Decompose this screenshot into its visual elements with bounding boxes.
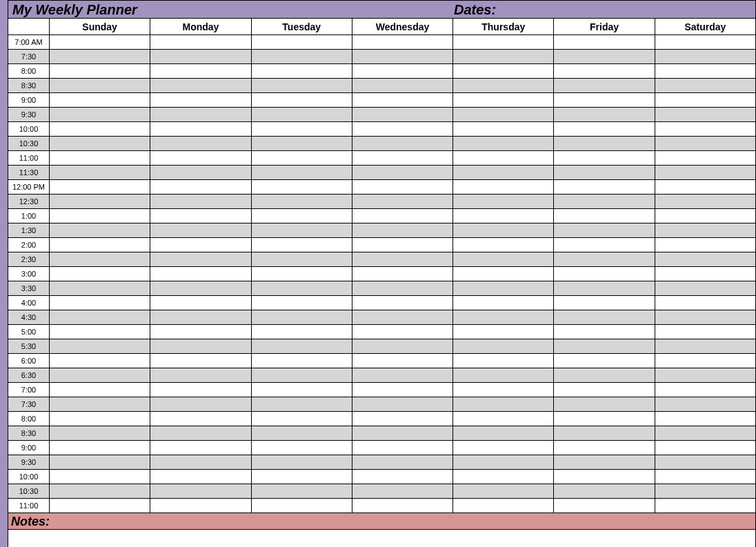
planner-slot[interactable] bbox=[655, 209, 755, 223]
planner-slot[interactable] bbox=[150, 441, 251, 455]
planner-slot[interactable] bbox=[655, 93, 755, 108]
planner-slot[interactable] bbox=[453, 383, 554, 397]
planner-slot[interactable] bbox=[655, 35, 755, 50]
planner-slot[interactable] bbox=[352, 455, 452, 470]
planner-slot[interactable] bbox=[655, 296, 755, 310]
planner-slot[interactable] bbox=[554, 166, 655, 180]
planner-slot[interactable] bbox=[50, 195, 150, 209]
planner-slot[interactable] bbox=[251, 281, 352, 296]
planner-slot[interactable] bbox=[352, 223, 452, 238]
planner-slot[interactable] bbox=[50, 310, 150, 325]
planner-slot[interactable] bbox=[554, 50, 655, 64]
planner-slot[interactable] bbox=[150, 252, 251, 267]
planner-slot[interactable] bbox=[150, 108, 251, 122]
planner-slot[interactable] bbox=[50, 238, 150, 252]
planner-slot[interactable] bbox=[251, 310, 352, 325]
planner-slot[interactable] bbox=[453, 50, 554, 64]
planner-slot[interactable] bbox=[352, 325, 452, 339]
planner-slot[interactable] bbox=[251, 383, 352, 397]
planner-slot[interactable] bbox=[251, 122, 352, 137]
planner-slot[interactable] bbox=[150, 470, 251, 484]
planner-slot[interactable] bbox=[150, 122, 251, 137]
planner-slot[interactable] bbox=[655, 470, 755, 484]
planner-slot[interactable] bbox=[251, 296, 352, 310]
planner-slot[interactable] bbox=[251, 499, 352, 513]
planner-slot[interactable] bbox=[453, 195, 554, 209]
planner-slot[interactable] bbox=[453, 281, 554, 296]
planner-slot[interactable] bbox=[352, 426, 452, 441]
planner-slot[interactable] bbox=[352, 209, 452, 223]
planner-slot[interactable] bbox=[50, 470, 150, 484]
planner-slot[interactable] bbox=[50, 137, 150, 151]
planner-slot[interactable] bbox=[251, 166, 352, 180]
planner-slot[interactable] bbox=[251, 209, 352, 223]
planner-slot[interactable] bbox=[453, 455, 554, 470]
planner-slot[interactable] bbox=[453, 426, 554, 441]
planner-slot[interactable] bbox=[352, 64, 452, 79]
planner-slot[interactable] bbox=[554, 383, 655, 397]
planner-slot[interactable] bbox=[554, 499, 655, 513]
planner-slot[interactable] bbox=[251, 151, 352, 166]
planner-slot[interactable] bbox=[251, 426, 352, 441]
planner-slot[interactable] bbox=[554, 137, 655, 151]
planner-slot[interactable] bbox=[352, 108, 452, 122]
planner-slot[interactable] bbox=[554, 93, 655, 108]
planner-slot[interactable] bbox=[251, 368, 352, 383]
planner-slot[interactable] bbox=[251, 455, 352, 470]
planner-slot[interactable] bbox=[655, 339, 755, 354]
planner-slot[interactable] bbox=[50, 252, 150, 267]
planner-slot[interactable] bbox=[50, 151, 150, 166]
planner-slot[interactable] bbox=[453, 267, 554, 281]
planner-slot[interactable] bbox=[251, 441, 352, 455]
planner-slot[interactable] bbox=[150, 166, 251, 180]
planner-slot[interactable] bbox=[352, 166, 452, 180]
planner-slot[interactable] bbox=[352, 310, 452, 325]
planner-slot[interactable] bbox=[251, 223, 352, 238]
planner-slot[interactable] bbox=[50, 108, 150, 122]
planner-slot[interactable] bbox=[655, 108, 755, 122]
planner-slot[interactable] bbox=[352, 470, 452, 484]
planner-slot[interactable] bbox=[50, 122, 150, 137]
planner-slot[interactable] bbox=[251, 137, 352, 151]
planner-slot[interactable] bbox=[453, 397, 554, 412]
planner-slot[interactable] bbox=[50, 412, 150, 426]
planner-slot[interactable] bbox=[655, 267, 755, 281]
planner-slot[interactable] bbox=[352, 180, 452, 195]
planner-slot[interactable] bbox=[655, 383, 755, 397]
planner-slot[interactable] bbox=[251, 412, 352, 426]
planner-slot[interactable] bbox=[453, 79, 554, 93]
planner-slot[interactable] bbox=[453, 354, 554, 368]
planner-slot[interactable] bbox=[352, 383, 452, 397]
planner-slot[interactable] bbox=[554, 238, 655, 252]
planner-slot[interactable] bbox=[150, 339, 251, 354]
planner-slot[interactable] bbox=[655, 223, 755, 238]
planner-slot[interactable] bbox=[251, 238, 352, 252]
planner-slot[interactable] bbox=[554, 209, 655, 223]
planner-slot[interactable] bbox=[554, 281, 655, 296]
planner-slot[interactable] bbox=[352, 281, 452, 296]
planner-slot[interactable] bbox=[554, 108, 655, 122]
planner-slot[interactable] bbox=[453, 368, 554, 383]
planner-slot[interactable] bbox=[554, 325, 655, 339]
planner-slot[interactable] bbox=[50, 325, 150, 339]
planner-slot[interactable] bbox=[352, 484, 452, 499]
planner-slot[interactable] bbox=[50, 180, 150, 195]
planner-slot[interactable] bbox=[50, 35, 150, 50]
planner-slot[interactable] bbox=[352, 339, 452, 354]
planner-slot[interactable] bbox=[453, 310, 554, 325]
planner-slot[interactable] bbox=[453, 296, 554, 310]
planner-slot[interactable] bbox=[150, 195, 251, 209]
planner-slot[interactable] bbox=[453, 137, 554, 151]
planner-slot[interactable] bbox=[554, 79, 655, 93]
planner-slot[interactable] bbox=[453, 339, 554, 354]
planner-slot[interactable] bbox=[352, 499, 452, 513]
planner-slot[interactable] bbox=[150, 64, 251, 79]
planner-slot[interactable] bbox=[554, 455, 655, 470]
planner-slot[interactable] bbox=[150, 209, 251, 223]
planner-slot[interactable] bbox=[50, 166, 150, 180]
planner-slot[interactable] bbox=[352, 397, 452, 412]
planner-slot[interactable] bbox=[655, 281, 755, 296]
planner-slot[interactable] bbox=[655, 484, 755, 499]
planner-slot[interactable] bbox=[554, 64, 655, 79]
planner-slot[interactable] bbox=[453, 166, 554, 180]
